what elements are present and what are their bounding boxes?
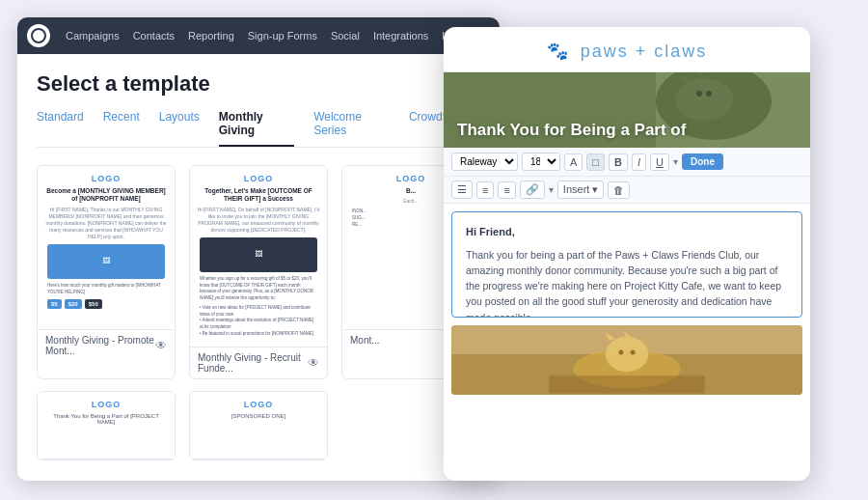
tpl-body-2b: • Vote on new ideas for [PROJECT NAME] a… — [200, 305, 317, 338]
amount-20: $20 — [65, 299, 82, 309]
preview-brand-header: 🐾 paws + claws — [444, 27, 810, 72]
brand-name: paws + claws — [581, 42, 708, 61]
preview-hero: Thank You for Being a Part of — [444, 72, 810, 148]
app-logo — [27, 24, 50, 47]
image-placeholder-icon-2: 🖼 — [255, 250, 262, 259]
highlight-color-button[interactable]: □ — [586, 153, 605, 171]
nav-reporting[interactable]: Reporting — [188, 30, 234, 42]
svg-point-15 — [631, 349, 636, 354]
nav-social[interactable]: Social — [331, 30, 360, 42]
tab-monthly-giving[interactable]: Monthly Giving — [219, 110, 294, 147]
nav-items: Campaigns Contacts Reporting Sign-up For… — [66, 30, 475, 42]
template-card-1[interactable]: LOGO Become a [MONTHLY GIVING MEMBER] of… — [37, 165, 176, 379]
second-cat-image — [451, 325, 802, 395]
template-label-3: Mont... — [350, 335, 380, 346]
amount-50: $50 — [85, 299, 102, 309]
delete-button[interactable]: 🗑 — [608, 181, 630, 199]
svg-point-11 — [606, 337, 648, 372]
template-preview-r2-2: LOGO [SPONSORED ONE] — [190, 392, 327, 459]
tpl-image-block-2: 🖼 — [200, 237, 317, 272]
tpl-body-1: Here's how much your monthly gift matter… — [47, 283, 165, 296]
paws-claws-logo: 🐾 paws + claws — [444, 41, 810, 62]
app-window: Campaigns Contacts Reporting Sign-up For… — [17, 17, 500, 481]
editor-body[interactable]: Hi Friend, Thank you for being a part of… — [451, 211, 802, 318]
italic-button[interactable]: I — [632, 153, 646, 171]
template-card-r2-2[interactable]: LOGO [SPONSORED ONE] — [189, 391, 328, 460]
template-card-2[interactable]: LOGO Together, Let's Make [OUTCOME OF TH… — [189, 165, 328, 379]
dropdown-arrow: ▾ — [673, 156, 678, 167]
bold-button[interactable]: B — [609, 153, 628, 171]
template-preview-1: LOGO Become a [MONTHLY GIVING MEMBER] of… — [38, 166, 175, 330]
tpl-body-2: Whether you sign up for a recurring gift… — [200, 276, 317, 302]
editor-greeting: Hi Friend, — [466, 224, 788, 241]
preview-panel: 🐾 paws + claws Thank You for Being a Par… — [444, 27, 810, 481]
tpl-amounts-1: $5 $20 $50 — [47, 299, 165, 309]
tpl-logo-2: LOGO — [196, 174, 321, 183]
tpl-logo-1: LOGO — [43, 174, 169, 183]
svg-point-6 — [696, 91, 702, 97]
hero-text: Thank You for Being a Part of — [457, 121, 686, 140]
tpl-heading-2: Together, Let's Make [OUTCOME OF THEIR G… — [196, 187, 321, 204]
template-footer-1: Monthly Giving - Promote Mont... 👁 — [38, 330, 175, 361]
template-label-1: Monthly Giving - Promote Mont... — [45, 335, 155, 356]
content-area: Select a template Standard Recent Layout… — [17, 54, 500, 478]
tab-welcome-series[interactable]: Welcome Series — [313, 110, 390, 147]
page-title: Select a template — [37, 71, 480, 97]
tpl-image-block-1: 🖼 — [47, 244, 165, 279]
nav-contacts[interactable]: Contacts — [133, 30, 175, 42]
text-color-button[interactable]: A — [564, 153, 583, 171]
nav-bar: Campaigns Contacts Reporting Sign-up For… — [17, 17, 500, 54]
editor-toolbar-row1: Raleway 18 A □ B I U ▾ Done — [444, 148, 810, 177]
tpl-subtext-1: Hi [FIRST NAME], Thanks to our MONTHLY G… — [43, 207, 169, 240]
svg-point-7 — [706, 91, 712, 97]
nav-signup-forms[interactable]: Sign-up Forms — [248, 30, 317, 42]
align-left-button[interactable]: ☰ — [451, 181, 473, 199]
template-grid-row2: LOGO Thank You for Being a Part of [PROJ… — [37, 391, 480, 460]
tpl-sponsor-text-r2-2: [SPONSORED ONE] — [200, 413, 317, 419]
nav-campaigns[interactable]: Campaigns — [66, 30, 120, 42]
nav-integrations[interactable]: Integrations — [373, 30, 428, 42]
paw-icon: 🐾 — [547, 42, 570, 61]
preview-eye-icon-2[interactable]: 👁 — [308, 356, 319, 370]
template-grid: LOGO Become a [MONTHLY GIVING MEMBER] of… — [37, 165, 480, 379]
underline-button[interactable]: U — [650, 153, 669, 171]
svg-point-3 — [675, 78, 733, 121]
link-dropdown: ▾ — [549, 184, 554, 195]
amount-5: $5 — [47, 299, 62, 309]
template-tabs: Standard Recent Layouts Monthly Giving W… — [37, 110, 480, 148]
tab-layouts[interactable]: Layouts — [159, 110, 200, 147]
tpl-heading-1: Become a [MONTHLY GIVING MEMBER] of [NON… — [43, 187, 169, 204]
done-button[interactable]: Done — [682, 153, 723, 170]
editor-toolbar-row2: ☰ ≡ ≡ 🔗 ▾ Insert ▾ 🗑 — [444, 177, 810, 204]
tab-standard[interactable]: Standard — [37, 110, 84, 147]
editor-content: Thank you for being a part of the Paws +… — [466, 247, 788, 318]
font-size-select[interactable]: 18 — [522, 153, 560, 171]
template-preview-2: LOGO Together, Let's Make [OUTCOME OF TH… — [190, 166, 327, 347]
preview-eye-icon-1[interactable]: 👁 — [155, 339, 167, 352]
svg-rect-16 — [549, 375, 705, 393]
align-center-button[interactable]: ≡ — [476, 181, 494, 199]
link-button[interactable]: 🔗 — [520, 181, 545, 199]
tpl-logo-r2-1: LOGO — [43, 400, 169, 409]
insert-button[interactable]: Insert ▾ — [557, 181, 605, 199]
svg-point-14 — [618, 349, 623, 354]
template-label-2: Monthly Giving - Recruit Funde... — [198, 352, 308, 374]
font-family-select[interactable]: Raleway — [451, 153, 518, 171]
image-placeholder-icon: 🖼 — [102, 257, 110, 265]
template-card-r2-1[interactable]: LOGO Thank You for Being a Part of [PROJ… — [37, 391, 176, 460]
tab-recent[interactable]: Recent — [103, 110, 140, 147]
tpl-subtext-2: Hi [FIRST NAME], On behalf of [NONPROFIT… — [196, 207, 321, 234]
tpl-logo-r2-2: LOGO — [196, 400, 321, 409]
template-preview-r2-1: LOGO Thank You for Being a Part of [PROJ… — [38, 392, 175, 459]
template-footer-2: Monthly Giving - Recruit Funde... 👁 — [190, 347, 327, 378]
align-right-button[interactable]: ≡ — [498, 181, 515, 199]
tpl-sponsor-text-r2-1: Thank You for Being a Part of [PROJECT N… — [47, 413, 165, 425]
